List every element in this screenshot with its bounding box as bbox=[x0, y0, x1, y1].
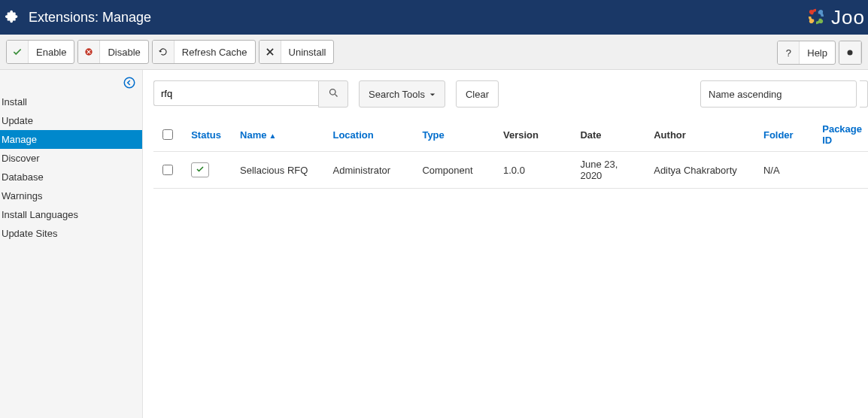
search-input[interactable] bbox=[153, 80, 318, 106]
disable-button[interactable]: Disable bbox=[77, 40, 148, 64]
cell-author: Aditya Chakraborty bbox=[648, 152, 757, 189]
refresh-icon bbox=[153, 41, 175, 63]
cell-location: Administrator bbox=[326, 152, 416, 189]
puzzle-icon bbox=[5, 9, 21, 26]
close-icon bbox=[259, 41, 281, 63]
question-icon: ? bbox=[778, 41, 800, 64]
uninstall-button[interactable]: Uninstall bbox=[259, 40, 335, 64]
sort-select[interactable]: Name ascending bbox=[700, 80, 857, 108]
gear-icon bbox=[839, 41, 861, 64]
sidebar-item-install-languages[interactable]: Install Languages bbox=[0, 205, 142, 224]
cell-version: 1.0.0 bbox=[497, 152, 574, 189]
options-button[interactable] bbox=[839, 41, 862, 65]
cell-type: Component bbox=[416, 152, 497, 189]
search-icon bbox=[328, 87, 339, 101]
cell-folder: N/A bbox=[757, 152, 816, 189]
sidebar-item-database[interactable]: Database bbox=[0, 168, 142, 186]
col-folder[interactable]: Folder bbox=[757, 118, 816, 152]
collapse-sidebar-button[interactable] bbox=[121, 74, 138, 91]
col-type[interactable]: Type bbox=[416, 118, 497, 152]
refresh-cache-button[interactable]: Refresh Cache bbox=[152, 40, 256, 64]
col-status[interactable]: Status bbox=[185, 118, 234, 152]
limit-select[interactable] bbox=[860, 80, 868, 108]
sidebar-item-warnings[interactable]: Warnings bbox=[0, 186, 142, 205]
sidebar-item-manage[interactable]: Manage bbox=[0, 130, 142, 149]
sidebar-item-discover[interactable]: Discover bbox=[0, 149, 142, 168]
clear-button[interactable]: Clear bbox=[456, 80, 499, 108]
action-toolbar: Enable Disable Refresh Cache Uninstall ?… bbox=[0, 35, 868, 70]
cell-package-id bbox=[816, 152, 868, 189]
check-icon bbox=[196, 165, 205, 176]
search-tools-button[interactable]: Search Tools bbox=[359, 80, 445, 108]
brand-text: Joo bbox=[831, 6, 865, 29]
sidebar-item-update-sites[interactable]: Update Sites bbox=[0, 224, 142, 243]
page-title: Extensions: Manage bbox=[29, 10, 151, 26]
extensions-table: Status Name▲ Location Type Version Date … bbox=[153, 118, 868, 189]
row-checkbox[interactable] bbox=[162, 165, 173, 175]
sidebar-item-update[interactable]: Update bbox=[0, 111, 142, 130]
search-button[interactable] bbox=[318, 80, 348, 108]
app-header: Extensions: Manage Joo bbox=[0, 0, 868, 35]
col-location[interactable]: Location bbox=[326, 118, 416, 152]
sort-asc-icon: ▲ bbox=[269, 132, 276, 140]
sidebar: Install Update Manage Discover Database … bbox=[0, 70, 143, 418]
col-name[interactable]: Name▲ bbox=[234, 118, 326, 152]
joomla-logo-icon bbox=[806, 6, 827, 29]
help-button[interactable]: ? Help bbox=[777, 41, 836, 65]
check-icon bbox=[7, 41, 29, 63]
col-package-id[interactable]: Package ID bbox=[816, 118, 868, 152]
main: Install Update Manage Discover Database … bbox=[0, 70, 868, 418]
cell-date: June 23, 2020 bbox=[574, 152, 648, 189]
filter-bar: Search Tools Clear Name ascending bbox=[153, 80, 868, 108]
select-all-checkbox[interactable] bbox=[162, 129, 173, 140]
enable-button[interactable]: Enable bbox=[6, 40, 74, 64]
col-author: Author bbox=[648, 118, 757, 152]
svg-point-6 bbox=[124, 77, 135, 88]
brand: Joo bbox=[806, 0, 868, 35]
svg-point-7 bbox=[329, 89, 335, 95]
content: Search Tools Clear Name ascending Status… bbox=[143, 70, 868, 418]
col-version: Version bbox=[497, 118, 574, 152]
table-row: Sellacious RFQ Administrator Component 1… bbox=[153, 152, 868, 189]
svg-point-5 bbox=[848, 50, 853, 56]
caret-down-icon bbox=[429, 89, 436, 100]
cancel-icon bbox=[78, 41, 100, 63]
sidebar-item-install[interactable]: Install bbox=[0, 92, 142, 111]
cell-name: Sellacious RFQ bbox=[234, 152, 326, 189]
status-toggle[interactable] bbox=[191, 162, 209, 177]
col-date: Date bbox=[574, 118, 648, 152]
